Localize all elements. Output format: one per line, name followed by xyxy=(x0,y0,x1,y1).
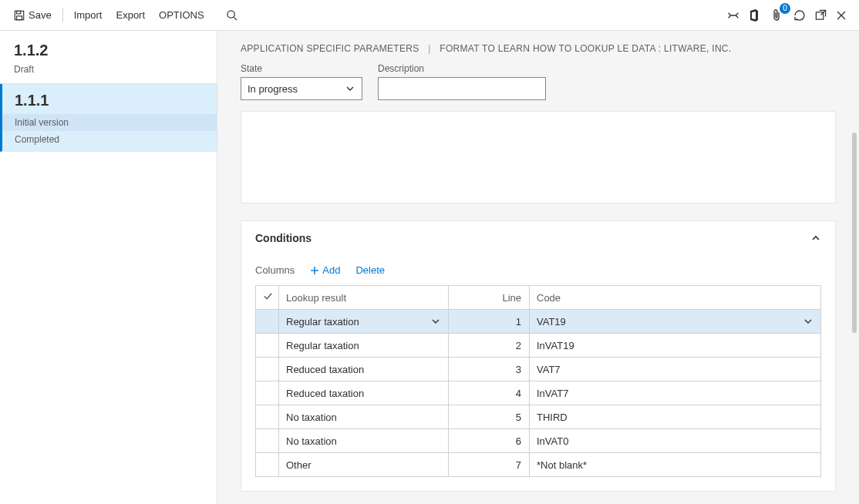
description-field: Description xyxy=(378,63,546,100)
lookup-header[interactable]: Lookup result xyxy=(279,286,449,310)
columns-button[interactable]: Columns xyxy=(255,264,295,276)
save-label: Save xyxy=(29,9,52,21)
export-label: Export xyxy=(116,9,145,21)
notifications-button[interactable]: 0 xyxy=(769,8,784,23)
plus-icon xyxy=(310,266,319,275)
notification-badge: 0 xyxy=(780,3,790,14)
conditions-title: Conditions xyxy=(255,232,312,244)
search-button[interactable] xyxy=(220,6,244,24)
table-row[interactable]: Reduced taxation4InVAT7 xyxy=(256,381,821,405)
lookup-cell[interactable]: Regular taxation xyxy=(279,334,449,358)
line-cell[interactable]: 5 xyxy=(449,405,530,429)
row-selector[interactable] xyxy=(256,310,279,334)
chevron-down-icon xyxy=(430,316,441,327)
state-field: State In progress xyxy=(241,63,362,100)
vertical-scrollbar[interactable] xyxy=(851,133,857,379)
link-icon[interactable] xyxy=(727,10,739,21)
toolbar-left: Save Import Export OPTIONS xyxy=(8,6,244,24)
add-button[interactable]: Add xyxy=(310,264,340,276)
conditions-card: Conditions Columns Add Delete xyxy=(241,220,836,492)
code-cell[interactable]: VAT7 xyxy=(530,358,821,381)
options-label: OPTIONS xyxy=(159,9,204,21)
refresh-button[interactable] xyxy=(793,9,806,22)
lookup-cell[interactable]: Reduced taxation xyxy=(279,358,449,381)
code-cell[interactable]: InVAT19 xyxy=(530,334,821,358)
lookup-cell[interactable]: Other xyxy=(279,453,449,477)
code-cell[interactable]: InVAT7 xyxy=(530,381,821,405)
import-label: Import xyxy=(74,9,103,21)
version-meta: Completed xyxy=(2,131,217,151)
table-row[interactable]: No taxation6InVAT0 xyxy=(256,429,821,453)
svg-rect-2 xyxy=(17,15,22,19)
code-cell[interactable]: VAT19 xyxy=(530,310,821,334)
code-cell[interactable]: THIRD xyxy=(530,405,821,429)
main-inner: APPLICATION SPECIFIC PARAMETERS | FORMAT… xyxy=(217,31,859,504)
code-cell[interactable]: *Not blank* xyxy=(530,453,821,477)
row-selector[interactable] xyxy=(256,334,279,358)
lookup-value: Regular taxation xyxy=(286,316,359,328)
popout-button[interactable] xyxy=(815,9,827,21)
table-row[interactable]: Regular taxation2InVAT19 xyxy=(256,334,821,358)
breadcrumb-b: FORMAT TO LEARN HOW TO LOOKUP LE DATA : … xyxy=(440,43,731,54)
toolbar-right: 0 xyxy=(727,8,851,23)
row-selector[interactable] xyxy=(256,429,279,453)
line-cell[interactable]: 2 xyxy=(449,334,530,358)
version-item-selected[interactable]: 1.1.1 Initial version Completed xyxy=(0,84,217,152)
svg-rect-1 xyxy=(17,11,21,14)
conditions-grid: Lookup result Line Code Regular taxation… xyxy=(255,285,821,477)
import-button[interactable]: Import xyxy=(68,6,109,24)
add-label: Add xyxy=(322,264,340,276)
chevron-down-icon xyxy=(803,316,814,327)
row-selector[interactable] xyxy=(256,381,279,405)
code-cell[interactable]: InVAT0 xyxy=(530,429,821,453)
delete-button[interactable]: Delete xyxy=(355,264,385,276)
chevron-down-icon xyxy=(345,83,355,94)
table-row[interactable]: No taxation5THIRD xyxy=(256,405,821,429)
description-label: Description xyxy=(378,63,546,74)
breadcrumb: APPLICATION SPECIFIC PARAMETERS | FORMAT… xyxy=(241,43,836,54)
lookup-cell[interactable]: No taxation xyxy=(279,405,449,429)
line-cell[interactable]: 3 xyxy=(449,358,530,381)
code-header[interactable]: Code xyxy=(530,286,821,310)
code-value: VAT19 xyxy=(537,316,566,328)
version-item[interactable]: 1.1.2 Draft xyxy=(0,31,217,83)
conditions-body: Columns Add Delete xyxy=(241,255,835,491)
breadcrumb-a: APPLICATION SPECIFIC PARAMETERS xyxy=(241,43,419,54)
table-row[interactable]: Regular taxation1VAT19 xyxy=(256,310,821,334)
save-button[interactable]: Save xyxy=(8,6,58,24)
line-cell[interactable]: 1 xyxy=(449,310,530,334)
lookup-cell[interactable]: Reduced taxation xyxy=(279,381,449,405)
conditions-toolbar: Columns Add Delete xyxy=(255,264,821,276)
row-selector[interactable] xyxy=(256,358,279,381)
check-icon xyxy=(263,292,273,304)
chevron-up-icon xyxy=(810,233,821,244)
row-selector[interactable] xyxy=(256,453,279,477)
scrollbar-thumb[interactable] xyxy=(852,133,857,333)
state-value: In progress xyxy=(248,83,298,95)
state-label: State xyxy=(241,63,362,74)
lookup-cell[interactable]: No taxation xyxy=(279,429,449,453)
table-row[interactable]: Other7*Not blank* xyxy=(256,453,821,477)
options-button[interactable]: OPTIONS xyxy=(153,6,211,24)
office-icon[interactable] xyxy=(749,9,760,22)
version-status: Draft xyxy=(0,64,217,82)
row-selector[interactable] xyxy=(256,405,279,429)
lookup-cell[interactable]: Regular taxation xyxy=(279,310,449,334)
version-number: 1.1.1 xyxy=(2,84,217,114)
export-button[interactable]: Export xyxy=(109,6,151,24)
line-cell[interactable]: 7 xyxy=(449,453,530,477)
line-cell[interactable]: 4 xyxy=(449,381,530,405)
state-select[interactable]: In progress xyxy=(241,77,362,100)
line-header[interactable]: Line xyxy=(449,286,530,310)
conditions-header[interactable]: Conditions xyxy=(241,221,835,255)
line-cell[interactable]: 6 xyxy=(449,429,530,453)
main-pane: APPLICATION SPECIFIC PARAMETERS | FORMAT… xyxy=(217,31,859,504)
select-all-header[interactable] xyxy=(256,286,279,310)
top-toolbar: Save Import Export OPTIONS 0 xyxy=(0,0,859,31)
save-icon xyxy=(14,10,25,21)
fields-row: State In progress Description xyxy=(241,63,836,100)
description-input[interactable] xyxy=(378,77,546,100)
table-row[interactable]: Reduced taxation3VAT7 xyxy=(256,358,821,381)
close-button[interactable] xyxy=(836,10,847,21)
blank-card xyxy=(241,111,836,203)
